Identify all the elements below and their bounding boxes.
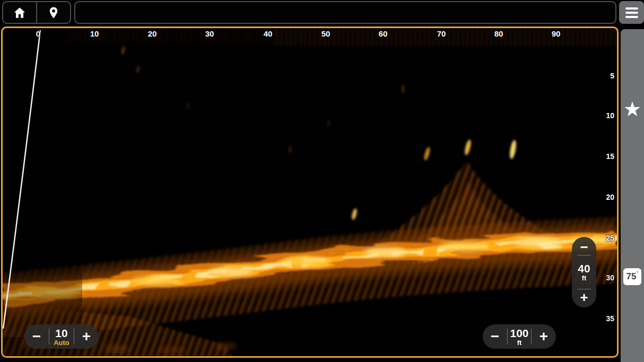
depth-range-value: 40 ft	[578, 255, 590, 289]
sonar-return-layers	[3, 28, 617, 356]
sensitivity-increase-button[interactable]: +	[74, 325, 99, 348]
temperature-value: 75	[626, 271, 637, 282]
home-button[interactable]	[3, 2, 37, 23]
lower-range-decrease-button[interactable]: −	[483, 325, 507, 348]
menu-button[interactable]	[619, 1, 644, 24]
lower-range-increase-button[interactable]: +	[532, 325, 556, 348]
home-icon	[13, 6, 27, 20]
sensitivity-value: 10 Auto	[49, 328, 74, 346]
lower-range-value: 100 ft	[508, 328, 531, 346]
sensitivity-decrease-button[interactable]: −	[24, 325, 49, 348]
waypoint-star-button[interactable]: ★	[621, 97, 644, 121]
waypoint-button[interactable]	[37, 2, 70, 23]
title-bar	[74, 1, 616, 24]
right-sidebar: ★ 75°	[621, 29, 644, 362]
depth-range-control: − 40 ft +	[572, 237, 596, 307]
degree-symbol: °	[636, 270, 638, 276]
top-bar	[0, 0, 644, 25]
sensitivity-control: − 10 Auto +	[24, 324, 99, 349]
star-icon: ★	[623, 99, 641, 119]
nav-button-group	[2, 1, 71, 24]
map-pin-icon	[47, 6, 60, 20]
lower-range-control: − 100 ft +	[483, 324, 556, 349]
sonar-imagery[interactable]	[3, 28, 617, 356]
depth-range-decrease-button[interactable]: −	[580, 239, 588, 255]
sonar-panel[interactable]: 0 10 20 30 40 50 60 70 80 90 5 10 15 20 …	[1, 27, 619, 358]
hamburger-menu-icon	[625, 7, 638, 10]
water-temperature-badge: 75°	[623, 268, 641, 285]
depth-range-increase-button[interactable]: +	[580, 289, 588, 305]
